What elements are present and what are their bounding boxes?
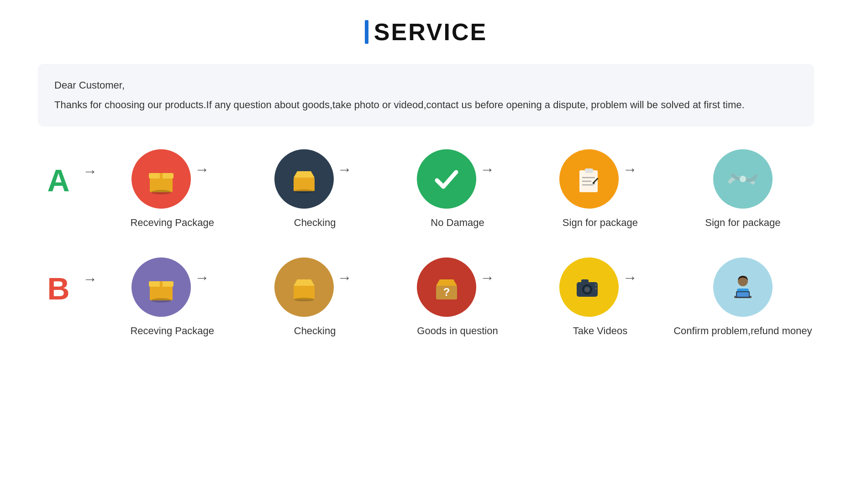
icon-checking-a xyxy=(274,149,334,209)
icon-receving-package-a xyxy=(131,149,191,209)
flow-item-b-3-inner: ? → xyxy=(386,257,529,317)
arrow-a-start: → xyxy=(83,163,97,180)
arrow-b-2-3: → xyxy=(337,269,352,286)
flow-items-b: → Receving Package xyxy=(101,257,814,338)
flow-item-a-2-inner: → xyxy=(243,149,386,209)
flow-item-b-3: ? → Goods in question xyxy=(386,257,529,338)
arrow-b-4-5: → xyxy=(622,269,637,286)
arrow-a-3-4: → xyxy=(480,161,494,178)
svg-point-20 xyxy=(151,298,171,303)
flow-section-b: B → → Receving Pack xyxy=(38,257,814,338)
svg-rect-19 xyxy=(160,281,163,287)
icon-sign-package-a5 xyxy=(713,149,773,209)
label-a-5: Sign for package xyxy=(705,216,780,230)
icon-receving-package-b xyxy=(131,257,191,317)
svg-rect-2 xyxy=(160,173,163,178)
label-a-4: Sign for package xyxy=(563,216,638,230)
arrow-b-3-4: → xyxy=(480,269,494,286)
icon-no-damage xyxy=(417,149,476,209)
flow-item-a-5: Sign for package xyxy=(672,149,814,230)
title-accent-bar xyxy=(365,20,368,44)
svg-rect-40 xyxy=(737,292,749,297)
notice-greeting: Dear Customer, xyxy=(54,77,798,94)
flow-item-b-5: Confirm problem,refund money xyxy=(672,257,814,338)
icon-sign-package-a4 xyxy=(559,149,619,209)
label-b-3: Goods in question xyxy=(417,324,498,338)
svg-point-8 xyxy=(294,189,314,193)
icon-take-videos xyxy=(559,257,619,317)
notice-box: Dear Customer, Thanks for choosing our p… xyxy=(38,64,814,126)
label-a-2: Checking xyxy=(294,216,336,230)
svg-marker-7 xyxy=(294,171,315,178)
flow-items-a: → Receving Package xyxy=(101,149,814,230)
svg-rect-21 xyxy=(294,286,315,299)
flow-item-b-1: → Receving Package xyxy=(101,257,243,338)
svg-point-34 xyxy=(595,284,597,286)
label-a-3: No Damage xyxy=(431,216,484,230)
flow-item-a-1-inner: → xyxy=(101,149,243,209)
arrow-b-start: → xyxy=(83,271,97,288)
svg-point-35 xyxy=(595,287,597,289)
notice-body: Thanks for choosing our products.If any … xyxy=(54,96,798,113)
letter-a-wrap: A → xyxy=(38,163,101,198)
label-b-2: Checking xyxy=(294,324,336,338)
arrow-a-1-2: → xyxy=(195,161,209,178)
svg-marker-27 xyxy=(436,279,457,286)
icon-confirm-refund xyxy=(713,257,773,317)
label-b-4: Take Videos xyxy=(573,324,627,338)
flow-item-a-2: → Checking xyxy=(243,149,386,230)
arrow-a-4-5: → xyxy=(622,161,637,178)
svg-point-32 xyxy=(585,288,589,291)
svg-marker-24 xyxy=(294,279,315,286)
letter-b-wrap: B → xyxy=(38,271,101,306)
flow-row-a: A → xyxy=(38,149,814,230)
flow-row-b: B → → Receving Pack xyxy=(38,257,814,338)
flow-item-a-4: → Sign for package xyxy=(529,149,671,230)
arrow-b-1-2: → xyxy=(195,269,209,286)
flow-item-b-2: → Checking xyxy=(243,257,386,338)
flow-item-a-1: → Receving Package xyxy=(101,149,243,230)
icon-checking-b xyxy=(274,257,334,317)
label-b-1: Receving Package xyxy=(130,324,214,338)
svg-point-16 xyxy=(740,176,746,182)
svg-point-25 xyxy=(294,298,314,301)
svg-rect-10 xyxy=(585,168,593,173)
label-b-5: Confirm problem,refund money xyxy=(673,324,812,338)
page-title-section: SERVICE xyxy=(365,18,487,46)
flow-item-a-4-inner: → xyxy=(529,149,671,209)
svg-text:?: ? xyxy=(443,286,450,298)
flow-item-a-5-inner xyxy=(672,149,814,209)
flow-item-b-1-inner: → xyxy=(101,257,243,317)
page-title: SERVICE xyxy=(374,18,487,46)
flow-item-b-5-inner xyxy=(672,257,814,317)
flow-item-a-3: → No Damage xyxy=(386,149,529,230)
flow-item-b-4-inner: → xyxy=(529,257,671,317)
row-letter-b: B xyxy=(38,271,79,306)
flow-item-a-3-inner: → xyxy=(386,149,529,209)
row-letter-a: A xyxy=(38,163,79,198)
arrow-a-2-3: → xyxy=(337,161,352,178)
flow-item-b-2-inner: → xyxy=(243,257,386,317)
label-a-1: Receving Package xyxy=(130,216,214,230)
flow-section-a: A → xyxy=(38,149,814,230)
svg-rect-33 xyxy=(581,279,589,283)
svg-rect-4 xyxy=(294,178,315,191)
svg-point-3 xyxy=(151,190,171,194)
flow-item-b-4: → Take Videos xyxy=(529,257,671,338)
icon-goods-question: ? xyxy=(417,257,476,317)
